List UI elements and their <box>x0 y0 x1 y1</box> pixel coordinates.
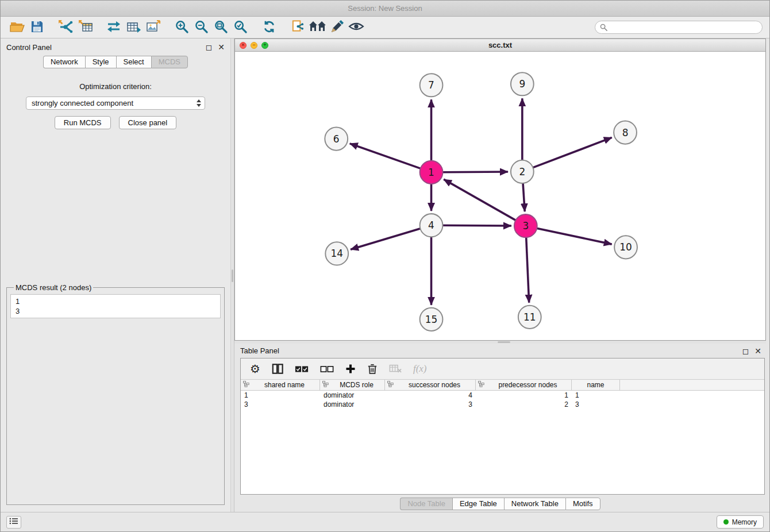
graph-edge-1-2[interactable] <box>441 172 507 172</box>
memory-button[interactable]: Memory <box>717 515 764 529</box>
graph-node-7[interactable]: 7 <box>420 74 443 97</box>
svg-text:10: 10 <box>619 241 632 253</box>
deselect-all-icon[interactable] <box>320 365 334 373</box>
tab-network[interactable]: Network <box>43 56 85 68</box>
graph-node-3[interactable]: 3 <box>514 214 537 237</box>
import-network-icon <box>57 19 74 36</box>
show-hide-button[interactable] <box>346 18 366 37</box>
style-brush-button[interactable] <box>327 18 346 37</box>
float-panel-icon[interactable]: ◻ <box>742 347 749 355</box>
graph-node-1[interactable]: 1 <box>420 161 443 184</box>
zoom-in-button[interactable] <box>172 18 191 37</box>
tab-style[interactable]: Style <box>85 56 116 68</box>
svg-text:9: 9 <box>519 78 525 90</box>
tab-select[interactable]: Select <box>116 56 151 68</box>
style-brush-icon <box>330 20 344 36</box>
home-icon <box>309 20 326 35</box>
new-table-button[interactable] <box>124 18 143 37</box>
graph-node-9[interactable]: 9 <box>511 72 534 95</box>
graph-edge-1-6[interactable] <box>350 144 422 169</box>
svg-text:14: 14 <box>330 248 343 259</box>
open-file-button[interactable] <box>7 18 27 37</box>
graph-edge-3-1[interactable] <box>444 179 517 221</box>
column-header-predecessor-nodes[interactable]: predecessor nodes <box>476 380 572 390</box>
add-column-icon[interactable] <box>345 364 356 374</box>
float-panel-icon[interactable]: ◻ <box>206 43 213 51</box>
graph-node-8[interactable]: 8 <box>614 121 637 144</box>
graph-edge-3-11[interactable] <box>526 236 529 302</box>
tab-edge-table[interactable]: Edge Table <box>452 498 504 510</box>
refresh-layout-icon <box>262 20 276 36</box>
save-session-button[interactable] <box>27 18 47 37</box>
column-header-name[interactable]: name <box>572 380 620 390</box>
zoom-out-button[interactable] <box>191 18 211 37</box>
close-window-icon[interactable]: × <box>240 42 247 49</box>
delete-column-icon[interactable] <box>367 363 378 375</box>
tab-node-table[interactable]: Node Table <box>400 498 452 510</box>
tab-mcds[interactable]: MCDS <box>151 56 188 68</box>
close-panel-icon[interactable]: ✕ <box>218 43 225 51</box>
zoom-fit-button[interactable] <box>211 18 230 37</box>
graph-node-15[interactable]: 15 <box>420 308 443 331</box>
table-panel: Table Panel ◻ ✕ ⚙ f(x) <box>234 344 766 512</box>
mcds-result-text[interactable]: 1 3 <box>10 294 221 318</box>
table-cell: dominator <box>320 400 385 408</box>
new-network-button[interactable] <box>104 18 124 37</box>
home-button[interactable] <box>307 18 327 37</box>
network-canvas-container[interactable]: 7968124314101511 <box>235 52 765 340</box>
column-header-shared-name[interactable]: shared name <box>241 380 320 390</box>
run-mcds-button[interactable]: Run MCDS <box>55 116 111 129</box>
zoom-selected-button[interactable] <box>230 18 250 37</box>
svg-text:1: 1 <box>428 167 434 178</box>
close-panel-button[interactable]: Close panel <box>119 116 177 129</box>
graph-node-11[interactable]: 11 <box>518 306 541 329</box>
refresh-layout-button[interactable] <box>259 18 279 37</box>
table-row[interactable]: 3dominator323 <box>241 400 764 409</box>
criterion-dropdown-value: strongly connected component <box>32 99 133 107</box>
minimize-window-icon[interactable]: − <box>251 42 257 49</box>
sort-icon <box>478 381 484 389</box>
tab-network-table[interactable]: Network Table <box>504 498 565 510</box>
graph-node-14[interactable]: 14 <box>325 242 348 265</box>
import-network-button[interactable] <box>56 18 75 37</box>
share-document-button[interactable] <box>288 18 307 37</box>
export-image-button[interactable] <box>143 18 163 37</box>
svg-text:6: 6 <box>333 133 340 145</box>
maximize-window-icon[interactable]: + <box>261 42 268 49</box>
graph-node-2[interactable]: 2 <box>511 160 534 183</box>
delete-table-icon[interactable] <box>389 364 402 373</box>
svg-text:11: 11 <box>523 311 536 323</box>
column-header-mcds-role[interactable]: MCDS role <box>320 380 385 390</box>
dropdown-stepper-icon <box>197 99 201 107</box>
function-builder-icon[interactable]: f(x) <box>413 363 427 375</box>
graph-edge-4-3[interactable] <box>441 225 511 226</box>
graph-node-6[interactable]: 6 <box>325 128 348 151</box>
graph-node-4[interactable]: 4 <box>420 214 443 237</box>
table-row[interactable]: 1dominator411 <box>241 391 764 400</box>
import-table-icon <box>78 19 93 36</box>
graph-edge-2-3[interactable] <box>523 182 525 211</box>
tab-motifs[interactable]: Motifs <box>565 498 600 510</box>
horizontal-splitter[interactable] <box>234 341 766 344</box>
import-table-button[interactable] <box>75 18 95 37</box>
vertical-splitter[interactable] <box>230 38 234 512</box>
graph-edge-2-8[interactable] <box>532 137 612 168</box>
zoom-selected-icon <box>233 20 248 36</box>
export-image-icon <box>145 19 161 36</box>
control-panel-title: Control Panel <box>6 43 52 52</box>
node-table-body[interactable]: 1dominator4113dominator323 <box>241 391 764 494</box>
table-cell: 1 <box>241 391 320 399</box>
memory-status-icon <box>723 519 729 525</box>
close-panel-icon[interactable]: ✕ <box>754 347 761 355</box>
criterion-dropdown[interactable]: strongly connected component <box>26 97 205 110</box>
search-input[interactable] <box>595 21 763 34</box>
columns-icon[interactable] <box>272 363 283 375</box>
graph-edge-3-10[interactable] <box>536 228 611 244</box>
select-all-icon[interactable] <box>295 365 309 373</box>
search-container <box>595 21 763 34</box>
graph-edge-4-14[interactable] <box>351 228 421 249</box>
gear-icon[interactable]: ⚙ <box>250 363 260 375</box>
task-history-button[interactable] <box>6 516 21 529</box>
column-header-successor-nodes[interactable]: successor nodes <box>385 380 476 390</box>
graph-node-10[interactable]: 10 <box>614 236 637 259</box>
